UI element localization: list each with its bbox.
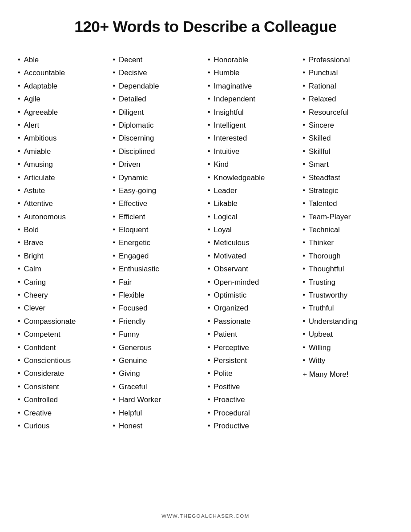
list-item: Insightful	[208, 106, 298, 119]
list-item: Confident	[18, 341, 109, 354]
list-item: Calm	[18, 262, 109, 275]
list-item: Decent	[113, 53, 204, 66]
list-item: Upbeat	[303, 328, 394, 341]
column-1: AbleAccountableAdaptableAgileAgreeableAl…	[18, 53, 109, 500]
list-item: Eloquent	[113, 223, 204, 236]
list-item: Focused	[113, 302, 204, 314]
list-item: Passionate	[208, 315, 298, 328]
column-4: ProfessionalPunctualRationalRelaxedResou…	[303, 53, 394, 500]
list-item: Sincere	[303, 119, 394, 132]
footer: WWW.THEGOALCHASER.COM	[161, 513, 249, 519]
plus-more-label: + Many More!	[303, 368, 394, 381]
list-item: Observant	[208, 262, 298, 275]
list-item: Amiable	[18, 145, 109, 158]
list-item: Cheery	[18, 289, 109, 302]
word-list-4: ProfessionalPunctualRationalRelaxedResou…	[303, 53, 394, 367]
list-item: Perceptive	[208, 341, 298, 354]
list-item: Efficient	[113, 210, 204, 223]
list-item: Accountable	[18, 66, 109, 79]
list-item: Adaptable	[18, 80, 109, 93]
list-item: Independent	[208, 93, 298, 105]
list-item: Intelligent	[208, 119, 298, 132]
list-item: Giving	[113, 367, 204, 380]
list-item: Astute	[18, 184, 109, 197]
list-item: Autonomous	[18, 210, 109, 223]
list-item: Logical	[208, 210, 298, 223]
list-item: Generous	[113, 341, 204, 354]
list-item: Trustworthy	[303, 289, 394, 302]
list-item: Relaxed	[303, 93, 394, 105]
list-item: Rational	[303, 80, 394, 93]
list-item: Graceful	[113, 380, 204, 393]
word-list-2: DecentDecisiveDependableDetailedDiligent…	[113, 53, 204, 432]
list-item: Decisive	[113, 66, 204, 79]
list-item: Effective	[113, 197, 204, 210]
list-item: Agile	[18, 93, 109, 105]
list-item: Detailed	[113, 93, 204, 105]
list-item: Leader	[208, 184, 298, 197]
columns-wrapper: AbleAccountableAdaptableAgileAgreeableAl…	[18, 53, 393, 500]
list-item: Trusting	[303, 276, 394, 289]
list-item: Dependable	[113, 80, 204, 93]
list-item: Steadfast	[303, 171, 394, 184]
word-list-3: HonorableHumbleImaginativeIndependentIns…	[208, 53, 298, 432]
list-item: Smart	[303, 158, 394, 171]
list-item: Knowledgeable	[208, 171, 298, 184]
list-item: Humble	[208, 66, 298, 79]
list-item: Amusing	[18, 158, 109, 171]
list-item: Technical	[303, 223, 394, 236]
list-item: Easy-going	[113, 184, 204, 197]
list-item: Attentive	[18, 197, 109, 210]
list-item: Competent	[18, 328, 109, 341]
list-item: Punctual	[303, 66, 394, 79]
list-item: Honest	[113, 419, 204, 432]
list-item: Imaginative	[208, 80, 298, 93]
list-item: Articulate	[18, 171, 109, 184]
list-item: Thinker	[303, 236, 394, 249]
list-item: Engaged	[113, 250, 204, 262]
list-item: Interested	[208, 132, 298, 145]
list-item: Diligent	[113, 106, 204, 119]
list-item: Patient	[208, 328, 298, 341]
list-item: Strategic	[303, 184, 394, 197]
list-item: Alert	[18, 119, 109, 132]
list-item: Brave	[18, 236, 109, 249]
list-item: Skillful	[303, 145, 394, 158]
list-item: Driven	[113, 158, 204, 171]
list-item: Proactive	[208, 393, 298, 406]
list-item: Organized	[208, 302, 298, 314]
list-item: Procedural	[208, 407, 298, 419]
list-item: Bright	[18, 250, 109, 262]
list-item: Able	[18, 53, 109, 66]
list-item: Witty	[303, 354, 394, 367]
column-3: HonorableHumbleImaginativeIndependentIns…	[208, 53, 298, 500]
list-item: Hard Worker	[113, 393, 204, 406]
word-list-1: AbleAccountableAdaptableAgileAgreeableAl…	[18, 53, 109, 432]
list-item: Polite	[208, 367, 298, 380]
list-item: Loyal	[208, 223, 298, 236]
list-item: Motivated	[208, 250, 298, 262]
list-item: Optimistic	[208, 289, 298, 302]
list-item: Thorough	[303, 250, 394, 262]
list-item: Team-Player	[303, 210, 394, 223]
list-item: Talented	[303, 197, 394, 210]
list-item: Ambitious	[18, 132, 109, 145]
list-item: Discerning	[113, 132, 204, 145]
list-item: Enthusiastic	[113, 262, 204, 275]
list-item: Energetic	[113, 236, 204, 249]
list-item: Curious	[18, 419, 109, 432]
list-item: Genuine	[113, 354, 204, 367]
list-item: Clever	[18, 302, 109, 314]
list-item: Productive	[208, 419, 298, 432]
list-item: Controlled	[18, 393, 109, 406]
list-item: Meticulous	[208, 236, 298, 249]
list-item: Professional	[303, 53, 394, 66]
list-item: Truthful	[303, 302, 394, 314]
list-item: Likable	[208, 197, 298, 210]
list-item: Willing	[303, 341, 394, 354]
list-item: Flexible	[113, 289, 204, 302]
list-item: Compassionate	[18, 315, 109, 328]
list-item: Intuitive	[208, 145, 298, 158]
list-item: Resourceful	[303, 106, 394, 119]
list-item: Considerate	[18, 367, 109, 380]
